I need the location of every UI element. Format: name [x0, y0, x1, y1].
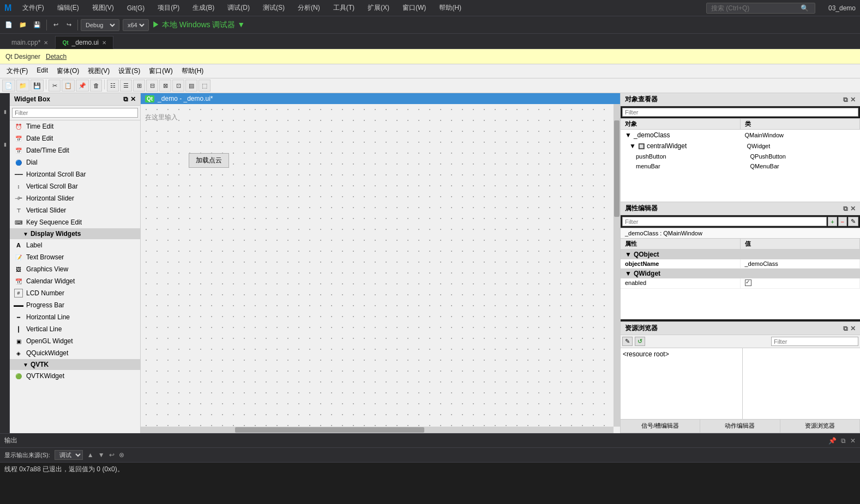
dm-help[interactable]: 帮助(H)	[177, 65, 208, 77]
dt-layout7[interactable]: ▤	[185, 80, 197, 92]
obj-close-icon[interactable]: ✕	[850, 96, 856, 104]
menu-help[interactable]: 帮助(H)	[435, 1, 466, 15]
debug-select[interactable]: Debug Release	[83, 21, 117, 29]
dt-layout5[interactable]: ⊠	[159, 80, 171, 92]
dm-form[interactable]: 窗体(O)	[52, 65, 83, 77]
debug-dropdown[interactable]: Debug Release	[81, 19, 119, 31]
prop-section-qobject[interactable]: ▼ QObject	[621, 250, 860, 259]
output-clear-icon[interactable]: ⊗	[119, 451, 124, 459]
obj-filter-input[interactable]	[622, 108, 858, 117]
dt-paste[interactable]: 📌	[76, 80, 89, 92]
dt-layout6[interactable]: ⊡	[172, 80, 184, 92]
dt-save[interactable]: 💾	[31, 80, 44, 92]
canvas-scrollbar-v[interactable]	[614, 104, 620, 427]
canvas-widget-area[interactable]: 在这里输入 加载点云	[141, 104, 620, 433]
undo-btn[interactable]: ↩	[50, 19, 62, 31]
dt-cut[interactable]: ✂	[49, 80, 61, 92]
prop-filter-input[interactable]	[622, 217, 827, 226]
dt-layout3[interactable]: ⊞	[133, 80, 145, 92]
obj-row-menubar[interactable]: menuBar QMenuBar	[621, 161, 860, 171]
wb-item-hscrollbar[interactable]: ━━━ Horizontal Scroll Bar	[10, 168, 140, 180]
res-close-icon[interactable]: ✕	[850, 325, 856, 332]
res-tab-signals[interactable]: 信号/槽编辑器	[621, 420, 700, 433]
wb-item-qquick[interactable]: ◈ QQuickWidget	[10, 347, 140, 359]
save-btn[interactable]: 💾	[31, 19, 44, 31]
arch-dropdown[interactable]: x64 x86	[123, 19, 149, 31]
menu-test[interactable]: 测试(S)	[258, 1, 289, 15]
arch-select[interactable]: x64 x86	[125, 21, 146, 29]
dt-new[interactable]: 📄	[2, 80, 15, 92]
obj-row-demo-class[interactable]: ▼ _demoClass QMainWindow	[621, 130, 860, 141]
wb-restore-icon[interactable]: ⧉	[123, 95, 128, 103]
output-float-icon[interactable]: ⧉	[841, 437, 846, 445]
wb-item-calendar[interactable]: 📆 Calendar Widget	[10, 275, 140, 287]
wb-item-keyseq[interactable]: ⌨ Key Sequence Edit	[10, 216, 140, 228]
wb-item-qvtk[interactable]: 🟢 QVTKWidget	[10, 370, 140, 382]
wb-item-graphics-view[interactable]: 🖼 Graphics View	[10, 263, 140, 275]
load-cloud-button[interactable]: 加载点云	[189, 153, 229, 168]
global-search[interactable]: 🔍	[706, 3, 815, 14]
menu-debug[interactable]: 调试(D)	[223, 1, 254, 15]
detach-link[interactable]: Detach	[46, 53, 67, 60]
prop-edit-btn[interactable]: ✎	[848, 217, 858, 226]
res-float-icon[interactable]: ⧉	[843, 325, 848, 332]
scrollbar-thumb-h[interactable]	[235, 427, 424, 433]
prop-row-objectname[interactable]: objectName _demoClass	[621, 259, 860, 269]
open-btn[interactable]: 📁	[16, 19, 29, 31]
prop-close-icon[interactable]: ✕	[850, 205, 856, 212]
wb-item-progress-bar[interactable]: ▬▬ Progress Bar	[10, 299, 140, 311]
dm-edit[interactable]: Edit	[32, 65, 52, 77]
tab-close-main[interactable]: ✕	[44, 40, 48, 46]
enabled-checkbox[interactable]	[745, 280, 751, 286]
obj-row-pushbutton[interactable]: pushButton QPushButton	[621, 151, 860, 161]
dt-layout2[interactable]: ☰	[120, 80, 132, 92]
designer-canvas[interactable]: 在这里输入 加载点云	[141, 104, 620, 433]
res-edit-btn[interactable]: ✎	[622, 337, 633, 346]
menu-build[interactable]: 生成(B)	[188, 1, 219, 15]
prop-value-objectname[interactable]: _demoClass	[741, 259, 861, 268]
prop-row-enabled[interactable]: enabled	[621, 278, 860, 289]
canvas-scrollbar-h[interactable]	[141, 427, 614, 433]
dm-view[interactable]: 视图(V)	[83, 65, 114, 77]
prop-value-enabled[interactable]	[741, 278, 861, 288]
menu-tools[interactable]: 工具(T)	[329, 1, 359, 15]
dm-window[interactable]: 窗口(W)	[145, 65, 177, 77]
wb-item-hline[interactable]: ━ Horizontal Line	[10, 311, 140, 323]
wb-item-vscrollbar[interactable]: ↕ Vertical Scroll Bar	[10, 180, 140, 192]
res-filter-input[interactable]	[771, 337, 858, 346]
wb-section-qvtk[interactable]: ▼ QVTK	[10, 359, 140, 370]
res-refresh-btn[interactable]: ↺	[635, 337, 645, 346]
menu-git[interactable]: Git(G)	[123, 2, 149, 14]
dt-copy[interactable]: 📋	[62, 80, 75, 92]
wb-item-lcd[interactable]: # LCD Number	[10, 287, 140, 299]
wb-item-date-edit[interactable]: 📅 Date Edit	[10, 132, 140, 144]
dm-file[interactable]: 文件(F)	[2, 65, 32, 77]
wb-item-dial[interactable]: 🔵 Dial	[10, 156, 140, 168]
menu-window[interactable]: 窗口(W)	[398, 1, 430, 15]
search-input[interactable]	[711, 4, 798, 12]
tab-demo-ui[interactable]: Qt _demo.ui ✕	[55, 36, 113, 49]
wb-item-hslider[interactable]: ⊣⊢ Horizontal Slider	[10, 192, 140, 204]
dt-open[interactable]: 📁	[16, 80, 29, 92]
prop-section-qwidget[interactable]: ▼ QWidget	[621, 269, 860, 278]
output-pin-icon[interactable]: 📌	[828, 437, 837, 445]
dm-settings[interactable]: 设置(S)	[114, 65, 145, 77]
wb-item-opengl[interactable]: ▣ OpenGL Widget	[10, 335, 140, 347]
wb-item-vslider[interactable]: ⊤ Vertical Slider	[10, 204, 140, 216]
output-wrap-icon[interactable]: ↩	[109, 451, 115, 459]
wb-section-display[interactable]: ▼ Display Widgets	[10, 228, 140, 239]
dt-delete[interactable]: 🗑	[90, 80, 102, 92]
output-up-icon[interactable]: ▲	[87, 451, 94, 459]
new-btn[interactable]: 📄	[2, 19, 15, 31]
dt-layout8[interactable]: ⬚	[199, 80, 211, 92]
tab-main-cpp[interactable]: main.cpp* ✕	[4, 36, 55, 48]
output-close-icon[interactable]: ✕	[850, 437, 856, 445]
menu-edit[interactable]: 编辑(E)	[53, 1, 83, 15]
menu-file[interactable]: 文件(F)	[18, 1, 48, 15]
wb-close-icon[interactable]: ✕	[130, 95, 136, 103]
menu-analyze[interactable]: 分析(N)	[293, 1, 324, 15]
prop-add-btn[interactable]: +	[828, 217, 837, 226]
res-tab-actions[interactable]: 动作编辑器	[700, 420, 780, 433]
wb-item-datetime-edit[interactable]: 📅 Date/Time Edit	[10, 144, 140, 156]
res-tab-resources[interactable]: 资源浏览器	[780, 420, 860, 433]
